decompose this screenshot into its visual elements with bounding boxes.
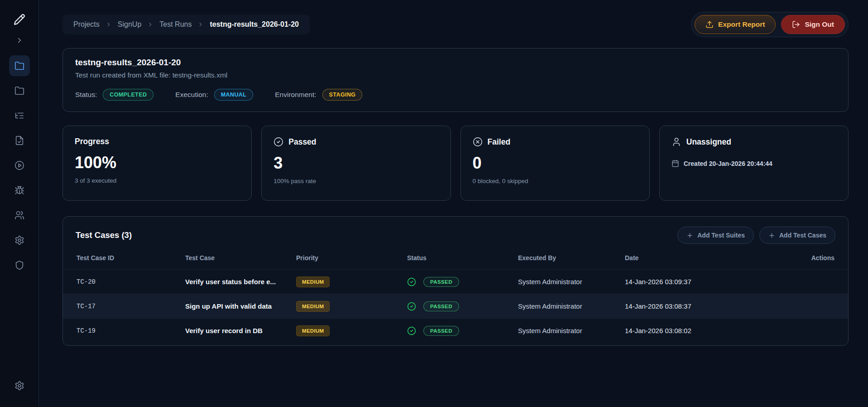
sidebar-item-settings[interactable] xyxy=(9,230,30,251)
test-case-id: TC-17 xyxy=(77,303,185,310)
unassigned-title: Unassigned xyxy=(686,137,731,147)
passed-title: Passed xyxy=(288,137,316,147)
top-bar: Projects SignUp Test Runs testng-results… xyxy=(62,12,849,37)
test-case-name[interactable]: Verify user status before e... xyxy=(185,278,296,286)
add-test-cases-button[interactable]: Add Test Cases xyxy=(759,227,835,244)
status-group: Status: COMPLETED xyxy=(75,89,153,101)
breadcrumb-item-current: testng-results_2026-01-20 xyxy=(210,20,299,29)
check-circle-icon xyxy=(273,137,283,147)
column-date: Date xyxy=(625,254,783,262)
column-priority: Priority xyxy=(296,254,407,262)
failed-subtitle: 0 blocked, 0 skipped xyxy=(473,178,638,184)
execution-date: 14-Jan-2026 03:08:02 xyxy=(625,327,783,334)
executed-by: System Administrator xyxy=(518,278,625,286)
shield-icon xyxy=(14,260,24,270)
table-header: Test Case ID Test Case Priority Status E… xyxy=(63,247,848,269)
sign-out-button[interactable]: Sign Out xyxy=(781,15,845,34)
progress-subtitle: 3 of 3 executed xyxy=(75,177,240,184)
created-timestamp: Created 20-Jan-2026 20:44:44 xyxy=(684,160,772,167)
execution-date: 14-Jan-2026 03:09:37 xyxy=(625,278,783,286)
sidebar-item-test-suites[interactable] xyxy=(9,105,30,126)
sidebar-item-security[interactable] xyxy=(9,255,30,276)
passed-subtitle: 100% pass rate xyxy=(273,178,438,184)
sidebar-item-test-cases[interactable] xyxy=(9,130,30,151)
table-row[interactable]: TC-19 Verify user record in DB MEDIUM PA… xyxy=(63,318,848,343)
export-report-label: Export Report xyxy=(718,20,765,29)
failed-title: Failed xyxy=(488,137,511,147)
status-cell: PASSED xyxy=(407,326,518,336)
breadcrumb-item-project[interactable]: SignUp xyxy=(118,20,141,29)
column-actions: Actions xyxy=(783,254,834,262)
file-icon xyxy=(14,136,24,145)
sidebar-collapse-toggle[interactable] xyxy=(10,34,29,47)
main-content: Projects SignUp Test Runs testng-results… xyxy=(39,0,868,407)
test-case-id: TC-20 xyxy=(77,278,185,286)
execution-badge: MANUAL xyxy=(214,89,254,101)
priority-badge: MEDIUM xyxy=(296,276,330,287)
sidebar-item-test-runs[interactable] xyxy=(9,155,30,176)
table-row[interactable]: TC-20 Verify user status before e... MED… xyxy=(63,269,848,294)
export-report-button[interactable]: Export Report xyxy=(695,15,776,34)
list-tree-icon xyxy=(14,111,24,121)
passed-badge: PASSED xyxy=(423,326,459,336)
sign-out-label: Sign Out xyxy=(805,20,834,29)
priority-badge: MEDIUM xyxy=(296,325,330,336)
sidebar-item-defects[interactable] xyxy=(9,180,30,201)
sidebar xyxy=(0,0,39,407)
run-badges: Status: COMPLETED Execution: MANUAL Envi… xyxy=(75,89,836,101)
status-badge: COMPLETED xyxy=(103,89,153,101)
plus-icon xyxy=(686,232,693,239)
add-test-cases-label: Add Test Cases xyxy=(779,232,826,239)
priority-badge: MEDIUM xyxy=(296,301,330,312)
breadcrumb-item-projects[interactable]: Projects xyxy=(73,20,100,29)
test-case-id: TC-19 xyxy=(77,327,185,334)
column-test-case: Test Case xyxy=(185,254,296,262)
add-test-suites-button[interactable]: Add Test Suites xyxy=(677,227,754,244)
status-cell: PASSED xyxy=(407,301,518,311)
passed-card: Passed 3 100% pass rate xyxy=(261,126,451,201)
unassigned-card: Unassigned Created 20-Jan-2026 20:44:44 xyxy=(659,126,849,201)
check-circle-icon xyxy=(407,326,416,335)
status-label: Status: xyxy=(75,91,97,99)
progress-card: Progress 100% 3 of 3 executed xyxy=(62,126,252,201)
environment-label: Environment: xyxy=(275,91,316,99)
log-out-icon xyxy=(792,20,800,29)
sidebar-nav xyxy=(9,55,30,276)
passed-value: 3 xyxy=(273,154,438,173)
app-logo[interactable] xyxy=(9,9,30,30)
user-icon xyxy=(671,137,681,147)
progress-value: 100% xyxy=(75,153,240,172)
play-circle-icon xyxy=(14,160,24,170)
created-row: Created 20-Jan-2026 20:44:44 xyxy=(671,160,836,167)
execution-group: Execution: MANUAL xyxy=(175,89,253,101)
run-subtitle: Test run created from XML file: testng-r… xyxy=(75,71,836,79)
calendar-icon xyxy=(671,160,679,167)
users-icon xyxy=(14,210,24,220)
table-row[interactable]: TC-17 Sign up API with valid data MEDIUM… xyxy=(63,294,848,318)
folder-icon xyxy=(14,61,24,71)
passed-badge: PASSED xyxy=(423,301,459,311)
breadcrumb-item-test-runs[interactable]: Test Runs xyxy=(159,20,192,29)
stats-row: Progress 100% 3 of 3 executed Passed 3 1… xyxy=(62,126,849,201)
check-circle-icon xyxy=(407,277,416,286)
sidebar-item-bottom-settings[interactable] xyxy=(9,375,30,396)
test-cases-title: Test Cases (3) xyxy=(76,230,132,240)
breadcrumb: Projects SignUp Test Runs testng-results… xyxy=(62,15,310,34)
sidebar-item-users[interactable] xyxy=(9,205,30,226)
chevron-right-icon xyxy=(15,36,24,44)
gear-icon xyxy=(14,381,24,391)
add-test-suites-label: Add Test Suites xyxy=(697,232,745,239)
column-test-case-id: Test Case ID xyxy=(77,254,185,262)
check-circle-icon xyxy=(407,302,416,311)
environment-badge: STAGING xyxy=(322,89,363,101)
test-case-name[interactable]: Sign up API with valid data xyxy=(185,302,296,310)
column-status: Status xyxy=(407,254,518,262)
environment-group: Environment: STAGING xyxy=(275,89,362,101)
header-actions: Export Report Sign Out xyxy=(691,12,849,37)
sidebar-item-folders[interactable] xyxy=(9,80,30,101)
chevron-separator-icon xyxy=(197,21,204,28)
folder-icon xyxy=(14,86,24,96)
sidebar-item-projects-active[interactable] xyxy=(9,55,30,76)
test-case-name[interactable]: Verify user record in DB xyxy=(185,327,296,334)
run-title: testng-results_2026-01-20 xyxy=(75,58,836,68)
